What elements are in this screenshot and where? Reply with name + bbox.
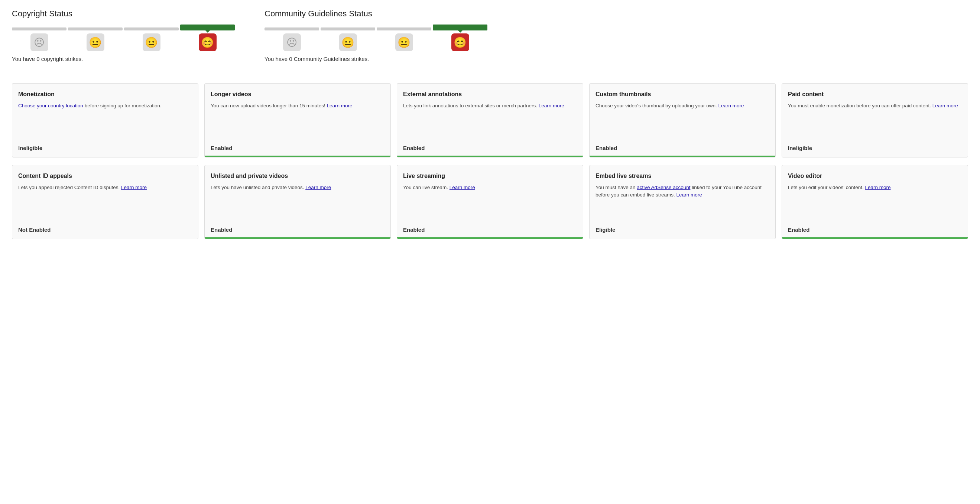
content-id-appeals-learn-more-link[interactable]: Learn more [121, 184, 147, 190]
video-editor-text: Lets you edit your videos' content. [788, 184, 865, 190]
card-live-streaming-status: Enabled [403, 221, 577, 239]
card-video-editor: Video editor Lets you edit your videos' … [782, 165, 968, 239]
copyright-face-1: ☹ [12, 33, 67, 51]
community-face-happy: 😊 [451, 33, 469, 51]
card-paid-content-title: Paid content [788, 91, 962, 98]
card-monetization: Monetization Choose your country locatio… [12, 83, 198, 157]
copyright-seg-3 [124, 27, 179, 30]
community-faces-row: ☹ 😐 😐 😊 [264, 33, 487, 51]
card-external-annotations-title: External annotations [403, 91, 577, 98]
community-face-neutral-2: 😐 [395, 33, 413, 51]
card-custom-thumbnails-title: Custom thumbnails [595, 91, 769, 98]
external-annotations-text: Lets you link annotations to external si… [403, 103, 539, 108]
active-adsense-link[interactable]: active AdSense account [637, 184, 690, 190]
card-monetization-status: Ineligible [18, 139, 192, 157]
copyright-face-neutral-1: 😐 [87, 33, 104, 51]
card-custom-thumbnails-description: Choose your video's thumbnail by uploadi… [595, 102, 769, 139]
paid-content-learn-more-link[interactable]: Learn more [932, 103, 958, 108]
card-content-id-appeals-description: Lets you appeal rejected Content ID disp… [18, 184, 192, 221]
copyright-face-3: 😐 [124, 33, 179, 51]
card-unlisted-private-videos-title: Unlisted and private videos [211, 173, 385, 180]
community-face-sad-1: ☹ [283, 33, 301, 51]
copyright-face-2: 😐 [68, 33, 123, 51]
card-video-editor-status: Enabled [788, 221, 962, 239]
card-external-annotations-bar [397, 156, 583, 157]
copyright-faces-row: ☹ 😐 😐 😊 [12, 33, 235, 51]
video-editor-learn-more-link[interactable]: Learn more [865, 184, 891, 190]
card-live-streaming: Live streaming You can live stream. Lear… [397, 165, 583, 239]
longer-videos-learn-more-link[interactable]: Learn more [326, 103, 352, 108]
copyright-face-happy: 😊 [199, 33, 216, 51]
copyright-face-sad-1: ☹ [30, 33, 48, 51]
community-seg-2 [321, 27, 375, 30]
copyright-seg-2 [68, 27, 123, 30]
content-id-appeals-text: Lets you appeal rejected Content ID disp… [18, 184, 121, 190]
card-content-id-appeals-bar [12, 237, 198, 239]
card-live-streaming-title: Live streaming [403, 173, 577, 180]
community-seg-3 [377, 27, 431, 30]
community-progress-bar [264, 24, 487, 30]
card-unlisted-private-videos-description: Lets you have unlisted and private video… [211, 184, 385, 221]
card-embed-live-streams-bar [590, 237, 775, 239]
choose-country-link[interactable]: Choose your country location [18, 103, 83, 108]
community-face-4: 😊 [433, 33, 487, 51]
card-monetization-bar [12, 156, 198, 157]
custom-thumbnails-text: Choose your video's thumbnail by uploadi… [595, 103, 719, 108]
card-unlisted-private-videos-bar [205, 237, 390, 239]
card-monetization-description: Choose your country location before sign… [18, 102, 192, 139]
community-face-neutral-1: 😐 [339, 33, 357, 51]
community-title: Community Guidelines Status [264, 9, 487, 19]
features-row-2: Content ID appeals Lets you appeal rejec… [12, 165, 968, 239]
card-paid-content-description: You must enable monetization before you … [788, 102, 962, 139]
card-longer-videos: Longer videos You can now upload videos … [204, 83, 391, 157]
card-unlisted-private-videos-status: Enabled [211, 221, 385, 239]
copyright-strikes-text: You have 0 copyright strikes. [12, 56, 235, 62]
card-longer-videos-description: You can now upload videos longer than 15… [211, 102, 385, 139]
card-video-editor-bar [782, 237, 968, 239]
card-longer-videos-bar [205, 156, 390, 157]
status-section: Copyright Status ☹ 😐 😐 😊 You have 0 copy… [12, 9, 968, 62]
card-paid-content-bar [782, 156, 968, 157]
card-paid-content: Paid content You must enable monetizatio… [782, 83, 968, 157]
card-custom-thumbnails-status: Enabled [595, 139, 769, 157]
longer-videos-text: You can now upload videos longer than 15… [211, 103, 326, 108]
section-divider [12, 74, 968, 74]
card-external-annotations-description: Lets you link annotations to external si… [403, 102, 577, 139]
community-face-1: ☹ [264, 33, 319, 51]
embed-live-streams-text-prefix: You must have an [595, 184, 637, 190]
community-seg-4-active [433, 24, 487, 30]
card-live-streaming-bar [397, 237, 583, 239]
card-external-annotations: External annotations Lets you link annot… [397, 83, 583, 157]
card-embed-live-streams: Embed live streams You must have an acti… [589, 165, 776, 239]
card-live-streaming-description: You can live stream. Learn more [403, 184, 577, 221]
card-video-editor-title: Video editor [788, 173, 962, 180]
card-unlisted-private-videos: Unlisted and private videos Lets you hav… [204, 165, 391, 239]
embed-live-streams-learn-more-link[interactable]: Learn more [676, 192, 702, 197]
external-annotations-learn-more-link[interactable]: Learn more [539, 103, 564, 108]
custom-thumbnails-learn-more-link[interactable]: Learn more [719, 103, 744, 108]
card-content-id-appeals-status: Not Enabled [18, 221, 192, 239]
card-content-id-appeals: Content ID appeals Lets you appeal rejec… [12, 165, 198, 239]
card-embed-live-streams-title: Embed live streams [595, 173, 769, 180]
card-content-id-appeals-title: Content ID appeals [18, 173, 192, 180]
community-seg-1 [264, 27, 319, 30]
copyright-seg-4-active [180, 24, 235, 30]
community-status-block: Community Guidelines Status ☹ 😐 😐 😊 You … [264, 9, 487, 62]
card-external-annotations-status: Enabled [403, 139, 577, 157]
card-video-editor-description: Lets you edit your videos' content. Lear… [788, 184, 962, 221]
unlisted-private-learn-more-link[interactable]: Learn more [305, 184, 331, 190]
live-streaming-learn-more-link[interactable]: Learn more [450, 184, 475, 190]
community-face-3: 😐 [377, 33, 431, 51]
copyright-status-block: Copyright Status ☹ 😐 😐 😊 You have 0 copy… [12, 9, 235, 62]
copyright-face-neutral-2: 😐 [143, 33, 161, 51]
unlisted-private-text: Lets you have unlisted and private video… [211, 184, 305, 190]
card-monetization-title: Monetization [18, 91, 192, 98]
card-embed-live-streams-description: You must have an active AdSense account … [595, 184, 769, 221]
copyright-seg-1 [12, 27, 67, 30]
community-strikes-text: You have 0 Community Guidelines strikes. [264, 56, 487, 62]
card-longer-videos-status: Enabled [211, 139, 385, 157]
paid-content-text: You must enable monetization before you … [788, 103, 932, 108]
copyright-title: Copyright Status [12, 9, 235, 19]
copyright-progress-bar [12, 24, 235, 30]
community-face-2: 😐 [321, 33, 375, 51]
